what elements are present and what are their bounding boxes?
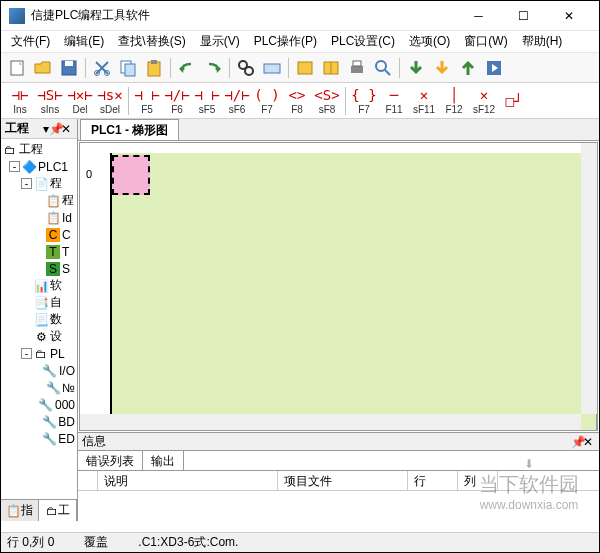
keyboard-button[interactable]: [260, 56, 284, 80]
sidebar-tab-instruction[interactable]: 📋指: [1, 500, 39, 521]
instr-f8[interactable]: <>F8: [282, 84, 312, 118]
instr-sins[interactable]: ⊣S⊢sIns: [35, 84, 65, 118]
paste-button[interactable]: [142, 56, 166, 80]
redo-button[interactable]: [201, 56, 225, 80]
menu-help[interactable]: 帮助(H): [516, 31, 569, 52]
instr-f11[interactable]: ─F11: [379, 84, 409, 118]
menu-edit[interactable]: 编辑(E): [58, 31, 110, 52]
instr-end[interactable]: □┘: [499, 84, 529, 118]
save-button[interactable]: [57, 56, 81, 80]
instr-f6[interactable]: ⊣/⊢F6: [162, 84, 192, 118]
instr-sf5[interactable]: ⊣ ⊢sF5: [192, 84, 222, 118]
sidebar-header: 工程 ▾ 📌 ✕: [1, 119, 77, 139]
info-tab-errors[interactable]: 错误列表: [78, 451, 143, 470]
tree-item[interactable]: 🔧BD: [3, 413, 75, 430]
menu-options[interactable]: 选项(O): [403, 31, 456, 52]
instr-ins[interactable]: ⊣⊢Ins: [5, 84, 35, 118]
row-number: 0: [86, 168, 92, 180]
close-icon[interactable]: ✕: [583, 435, 595, 449]
download-button[interactable]: [404, 56, 428, 80]
tree-item[interactable]: -🗀PL: [3, 345, 75, 362]
new-button[interactable]: [5, 56, 29, 80]
sidebar-title: 工程: [5, 120, 43, 137]
status-bar: 行 0,列 0 覆盖 .C1:XD3-6式:Com.: [1, 532, 599, 552]
search-button[interactable]: [371, 56, 395, 80]
tree-item[interactable]: CC: [3, 226, 75, 243]
minimize-button[interactable]: ─: [456, 1, 501, 31]
ladder-cursor[interactable]: [112, 155, 150, 195]
print-button[interactable]: [345, 56, 369, 80]
window1-button[interactable]: [293, 56, 317, 80]
menu-window[interactable]: 窗口(W): [458, 31, 513, 52]
instr-sf8[interactable]: <S>sF8: [312, 84, 342, 118]
pin-icon[interactable]: 📌: [571, 435, 583, 449]
menu-file[interactable]: 文件(F): [5, 31, 56, 52]
tree-root[interactable]: 🗀工程: [3, 141, 75, 158]
tree-item[interactable]: SS: [3, 260, 75, 277]
tree-item[interactable]: 🔧000: [3, 396, 75, 413]
maximize-button[interactable]: ☐: [501, 1, 546, 31]
cut-button[interactable]: [90, 56, 114, 80]
open-button[interactable]: [31, 56, 55, 80]
instruction-toolbar: ⊣⊢Ins ⊣S⊢sIns ⊣✕⊢Del ⊣s✕sDel ⊣ ⊢F5 ⊣/⊢F6…: [1, 83, 599, 119]
horizontal-scrollbar[interactable]: [80, 414, 581, 430]
find-button[interactable]: [234, 56, 258, 80]
project-tree[interactable]: 🗀工程 -🔷PLC1 -📄程 📋程 📋Id CC TT SS 📊软 📑自 📃数 …: [1, 139, 77, 499]
svg-rect-0: [11, 61, 23, 75]
tree-item[interactable]: TT: [3, 243, 75, 260]
tree-item[interactable]: 🔧I/O: [3, 362, 75, 379]
col-icon[interactable]: [78, 471, 98, 490]
svg-rect-2: [65, 61, 73, 66]
main-toolbar: [1, 53, 599, 83]
vertical-scrollbar[interactable]: [581, 143, 597, 414]
tree-item[interactable]: 📋Id: [3, 209, 75, 226]
info-tab-output[interactable]: 输出: [143, 451, 184, 470]
tree-item[interactable]: -📄程: [3, 175, 75, 192]
doc-tab-plc1[interactable]: PLC1 - 梯形图: [80, 119, 179, 140]
close-button[interactable]: ✕: [546, 1, 591, 31]
menu-search[interactable]: 查找\替换(S): [112, 31, 191, 52]
tree-plc[interactable]: -🔷PLC1: [3, 158, 75, 175]
tree-item[interactable]: 📋程: [3, 192, 75, 209]
instr-sf12[interactable]: ✕sF12: [469, 84, 499, 118]
instr-sf11[interactable]: ✕sF11: [409, 84, 439, 118]
info-panel: 信息 📌 ✕ 错误列表 输出 说明 项目文件 行 列: [78, 432, 599, 521]
tree-item[interactable]: ⚙设: [3, 328, 75, 345]
run-button[interactable]: [482, 56, 506, 80]
window2-button[interactable]: [319, 56, 343, 80]
content-area: PLC1 - 梯形图 0 信息 📌 ✕ 错误列表 输出: [78, 119, 599, 521]
ladder-editor[interactable]: 0: [79, 142, 598, 431]
undo-button[interactable]: [175, 56, 199, 80]
sidebar-tabs: 📋指 🗀工: [1, 499, 77, 521]
instr-del[interactable]: ⊣✕⊢Del: [65, 84, 95, 118]
download2-button[interactable]: [430, 56, 454, 80]
info-tabs: 错误列表 输出: [78, 451, 599, 471]
pin-icon[interactable]: 📌: [49, 122, 61, 136]
svg-point-17: [376, 61, 386, 71]
col-col[interactable]: 列: [458, 471, 498, 490]
col-project[interactable]: 项目文件: [278, 471, 408, 490]
menu-plc-set[interactable]: PLC设置(C): [325, 31, 401, 52]
instr-sf6[interactable]: ⊣/⊢sF6: [222, 84, 252, 118]
col-desc[interactable]: 说明: [98, 471, 278, 490]
tree-item[interactable]: 📑自: [3, 294, 75, 311]
instr-f5[interactable]: ⊣ ⊢F5: [132, 84, 162, 118]
col-row[interactable]: 行: [408, 471, 458, 490]
sidebar-tab-project[interactable]: 🗀工: [39, 500, 77, 521]
tree-item[interactable]: 🔧ED: [3, 430, 75, 447]
instr-sdel[interactable]: ⊣s✕sDel: [95, 84, 125, 118]
menu-view[interactable]: 显示(V): [194, 31, 246, 52]
tree-item[interactable]: 📊软: [3, 277, 75, 294]
instr-f7[interactable]: ( )F7: [252, 84, 282, 118]
svg-rect-8: [151, 60, 157, 64]
tree-item[interactable]: 🔧№: [3, 379, 75, 396]
instr-f12[interactable]: │F12: [439, 84, 469, 118]
menu-plc-op[interactable]: PLC操作(P): [248, 31, 323, 52]
tree-item[interactable]: 📃数: [3, 311, 75, 328]
upload-button[interactable]: [456, 56, 480, 80]
instr-f7b[interactable]: { }F7: [349, 84, 379, 118]
copy-button[interactable]: [116, 56, 140, 80]
close-icon[interactable]: ✕: [61, 122, 73, 136]
ladder-canvas[interactable]: [112, 153, 597, 431]
title-bar: 信捷PLC编程工具软件 ─ ☐ ✕: [1, 1, 599, 31]
